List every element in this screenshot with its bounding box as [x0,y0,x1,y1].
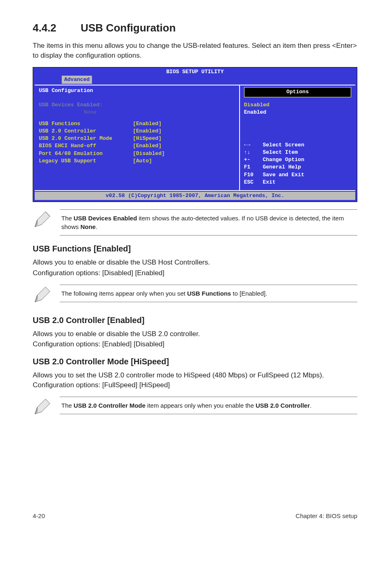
bios-row-label: Legacy USB Support [39,157,133,165]
bios-row-value: [Enabled] [133,128,161,135]
bios-row-value: [HiSpeed] [133,135,161,142]
bios-help-text: Change Option [263,156,304,164]
bios-row-value: [Enabled] [133,142,161,150]
bios-devices-value: None [84,109,235,116]
note-text-part: The [61,402,74,409]
bios-help-block: ←→Select Screen ↑↓Select Item +-Change O… [244,141,351,186]
note-usb-functions-enabled: The following items appear only when you… [33,285,357,307]
note-bold: None [81,223,96,230]
section-number: 4.4.2 [33,20,78,35]
bios-devices-label: USB Devices Enabled: [39,101,235,109]
usb-functions-options: Configuration options: [Disabled] [Enabl… [33,268,357,278]
bios-row-bios-ehci-handoff[interactable]: BIOS EHCI Hand-off [Enabled] [39,142,235,150]
bios-left-pane: USB Configuration USB Devices Enabled: N… [35,85,240,190]
bios-help-text: Select Screen [263,141,304,149]
note-text: The USB Devices Enabled item shows the a… [60,209,357,236]
bios-row-usb20-controller-mode[interactable]: USB 2.0 Controller Mode [HiSpeed] [39,135,235,142]
usb20-controller-heading: USB 2.0 Controller [Enabled] [33,314,357,326]
note-text: The USB 2.0 Controller Mode item appears… [60,397,357,414]
bios-row-label: BIOS EHCI Hand-off [39,142,133,150]
section-title: USB Configuration [81,22,176,34]
esc-key-label: ESC [244,179,263,186]
intro-paragraph: The items in this menu allows you to cha… [33,41,357,61]
f10-key-label: F10 [244,171,263,179]
arrow-up-down-icon: ↑↓ [244,149,263,156]
bios-panel-title: USB Configuration [39,87,235,94]
bios-help-text: Save and Exit [263,171,304,179]
bios-tab-row: Advanced [33,76,357,85]
usb20-controller-desc: Allows you to enable or disable the USB … [33,329,357,339]
bios-row-label: USB 2.0 Controller Mode [39,135,133,142]
note-bold: USB 2.0 Controller [256,402,310,409]
bios-help-text: Select Item [263,149,298,156]
bios-footer: v02.58 (C)Copyright 1985-2007, American … [35,192,355,200]
bios-row-legacy-usb-support[interactable]: Legacy USB Support [Auto] [39,157,235,165]
bios-help-row: ↑↓Select Item [244,149,351,156]
bios-row-port-6460-emulation[interactable]: Port 64/60 Emulation [Disabled] [39,150,235,157]
bios-row-value: [Auto] [133,157,152,165]
pencil-icon [33,398,51,416]
usb-functions-heading: USB Functions [Enabled] [33,243,357,254]
note-bold: USB Functions [187,290,231,297]
bios-right-pane: Options Disabled Enabled ←→Select Screen… [240,85,355,190]
usb20-controller-mode-desc: Allows you to set the USB 2.0 controller… [33,370,357,390]
bios-title: BIOS SETUP UTILITY [33,67,357,76]
note-bold: USB Devices Enabled [74,215,137,222]
f1-key-label: F1 [244,164,263,171]
bios-tab-advanced[interactable]: Advanced [62,76,92,84]
bios-options-title: Options [244,87,351,97]
note-text-part: . [96,223,97,230]
bios-help-text: Exit [263,179,276,186]
page-footer: 4-20 Chapter 4: BIOS setup [33,509,357,520]
usb20-controller-options: Configuration options: [Enabled] [Disabl… [33,339,357,349]
note-text-part: item appears only when you enable the [146,402,256,409]
bios-row-label: Port 64/60 Emulation [39,150,133,157]
note-usb20-controller-mode: The USB 2.0 Controller Mode item appears… [33,397,357,419]
bios-help-row: +-Change Option [244,156,351,164]
note-text-part: to [Enabled]. [231,290,267,297]
arrow-left-right-icon: ←→ [244,141,263,149]
page-number: 4-20 [33,512,45,520]
bios-row-value: [Disabled] [133,150,165,157]
pencil-icon [33,286,51,304]
bios-help-row: F1General Help [244,164,351,171]
bios-help-row: ←→Select Screen [244,141,351,149]
section-heading: 4.4.2 USB Configuration [33,20,357,35]
bios-row-usb20-controller[interactable]: USB 2.0 Controller [Enabled] [39,128,235,135]
pencil-icon [33,211,51,229]
note-text: The following items appear only when you… [60,285,357,302]
bios-row-label: USB 2.0 Controller [39,128,133,135]
note-bold: USB 2.0 Controller Mode [74,402,146,409]
plus-minus-icon: +- [244,156,263,164]
bios-help-text: General Help [263,164,301,171]
note-text-part: The [61,215,74,222]
usb20-controller-mode-heading: USB 2.0 Controller Mode [HiSpeed] [33,356,357,367]
usb-functions-desc: Allows you to enable or disable the USB … [33,258,357,267]
note-text-part: . [310,402,312,409]
note-usb-devices-enabled: The USB Devices Enabled item shows the a… [33,209,357,236]
bios-help-row: ESCExit [244,179,351,186]
bios-option-disabled[interactable]: Disabled [244,101,351,109]
bios-row-value: [Enabled] [133,120,161,128]
bios-row-usb-functions[interactable]: USB Functions [Enabled] [39,120,235,128]
bios-option-enabled[interactable]: Enabled [244,109,351,116]
bios-help-row: F10Save and Exit [244,171,351,179]
bios-panel: BIOS SETUP UTILITY Advanced USB Configur… [33,67,357,202]
note-text-part: The following items appear only when you… [61,290,187,297]
chapter-label: Chapter 4: BIOS setup [296,512,357,520]
bios-row-label: USB Functions [39,120,133,128]
